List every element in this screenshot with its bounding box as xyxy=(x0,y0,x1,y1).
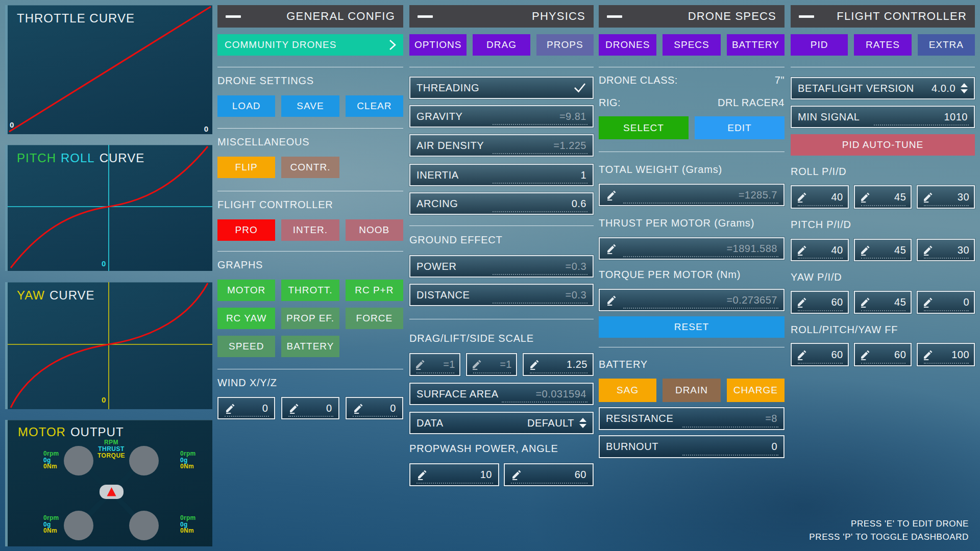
ff-roll-input[interactable]: 60 xyxy=(791,343,849,366)
min-signal-field[interactable]: MIN SIGNAL1010 xyxy=(791,106,975,128)
ff-yaw-input[interactable]: 100 xyxy=(917,343,975,366)
tab-props[interactable]: PROPS xyxy=(536,34,594,56)
graph-prop-efficiency-button[interactable]: PROP EF. xyxy=(281,308,339,329)
contr-button[interactable]: CONTR. xyxy=(281,157,339,178)
thrust-per-motor-label: THRUST PER MOTOR (Grams) xyxy=(599,217,785,229)
edit-pencil-icon xyxy=(606,243,617,254)
flip-button[interactable]: FLIP xyxy=(217,157,275,178)
ground-distance-field[interactable]: DISTANCE=0.3 xyxy=(409,284,594,306)
load-button[interactable]: LOAD xyxy=(217,95,275,117)
pitch-d-input[interactable]: 30 xyxy=(917,239,975,261)
drain-button[interactable]: DRAIN xyxy=(663,379,720,402)
ff-pitch-input[interactable]: 60 xyxy=(854,343,912,366)
graph-rc-yaw-button[interactable]: RC YAW xyxy=(217,308,275,329)
yaw-p-input[interactable]: 60 xyxy=(791,291,849,314)
graph-force-button[interactable]: FORCE xyxy=(346,308,403,329)
select-drone-button[interactable]: SELECT xyxy=(599,116,689,139)
edit-pencil-icon xyxy=(511,469,522,480)
tab-drones[interactable]: DRONES xyxy=(599,34,656,56)
graph-speed-button[interactable]: SPEED xyxy=(217,336,275,357)
tab-battery[interactable]: BATTERY xyxy=(727,34,785,56)
minimize-icon[interactable] xyxy=(418,15,433,18)
charge-button[interactable]: CHARGE xyxy=(727,379,785,402)
motor-output-title: MOTOROUTPUT xyxy=(18,425,129,439)
motor-output-panel: MOTOROUTPUT RPM THRUST TORQUE 0rpm0g0Nm … xyxy=(5,420,212,546)
pitch-p-input[interactable]: 40 xyxy=(791,239,849,261)
tab-extra[interactable]: EXTRA xyxy=(918,34,975,56)
resistance-field[interactable]: RESISTANCE=8 xyxy=(599,407,785,430)
propwash-power-input[interactable]: 10 xyxy=(409,463,499,486)
yaw-word: YAW xyxy=(17,288,45,302)
community-drones-button[interactable]: COMMUNITY DRONES xyxy=(217,34,403,56)
data-select[interactable]: DATADEFAULT xyxy=(409,412,594,434)
flight-controller-label: FLIGHT CONTROLLER xyxy=(217,199,403,211)
wind-y-input[interactable]: 0 xyxy=(281,397,339,419)
surface-area-field[interactable]: SURFACE AREA=0.031594 xyxy=(409,383,594,405)
side-scale-input[interactable]: 1.25 xyxy=(523,353,594,376)
output-word: OUTPUT xyxy=(70,425,124,439)
gravity-field[interactable]: GRAVITY=9.81 xyxy=(409,105,594,128)
sag-button[interactable]: SAG xyxy=(599,379,656,402)
graph-throttle-button[interactable]: THROTT. xyxy=(281,280,339,301)
roll-p-input[interactable]: 40 xyxy=(791,185,849,209)
throttle-curve-title: THROTTLE CURVE xyxy=(17,11,139,26)
inertia-field[interactable]: INERTIA1 xyxy=(409,164,594,186)
tab-rates[interactable]: RATES xyxy=(854,34,911,56)
reset-button[interactable]: RESET xyxy=(599,316,785,338)
thrust-per-motor-input[interactable]: =1891.588 xyxy=(599,237,785,260)
minimize-icon[interactable] xyxy=(226,15,241,18)
pitch-roll-zero-label: 0 xyxy=(102,259,106,268)
betaflight-version-select[interactable]: BETAFLIGHT VERSION4.0.0 xyxy=(791,77,975,99)
pro-button[interactable]: PRO xyxy=(217,219,275,241)
noob-button[interactable]: NOOB xyxy=(346,219,403,241)
tab-specs[interactable]: SPECS xyxy=(663,34,720,56)
physics-header: PHYSICS xyxy=(409,5,594,28)
graph-rc-pitch-roll-button[interactable]: RC P+R xyxy=(346,280,403,301)
edit-pencil-icon xyxy=(606,295,617,306)
roll-d-input[interactable]: 30 xyxy=(917,185,975,209)
graph-motor-button[interactable]: MOTOR xyxy=(217,280,275,301)
wind-z-input[interactable]: 0 xyxy=(346,397,403,419)
tab-pid[interactable]: PID xyxy=(791,34,848,56)
lift-scale-input[interactable]: =1 xyxy=(466,353,517,376)
minimize-icon[interactable] xyxy=(799,15,814,18)
flight-controller-panel: FLIGHT CONTROLLER PID RATES EXTRA BETAFL… xyxy=(791,5,975,366)
wind-x-input[interactable]: 0 xyxy=(217,397,275,419)
motor-4-disc xyxy=(129,511,159,540)
roll-i-input[interactable]: 45 xyxy=(854,185,912,209)
pitch-i-input[interactable]: 45 xyxy=(854,239,912,261)
torque-per-motor-input[interactable]: =0.273657 xyxy=(599,289,785,311)
torque-per-motor-label: TORQUE PER MOTOR (Nm) xyxy=(599,269,785,281)
key-hints: PRESS 'E' TO EDIT DRONE PRESS 'P' TO TOG… xyxy=(809,517,969,544)
ground-power-field[interactable]: POWER=0.3 xyxy=(409,255,594,278)
pitch-roll-curve-title: PITCHROLLCURVE xyxy=(17,151,149,165)
minimize-icon[interactable] xyxy=(607,15,622,18)
arcing-field[interactable]: ARCING0.6 xyxy=(409,192,594,215)
yaw-i-input[interactable]: 45 xyxy=(854,291,912,314)
graph-battery-button[interactable]: BATTERY xyxy=(281,336,339,357)
burnout-field[interactable]: BURNOUT0 xyxy=(599,435,785,458)
stepper-arrows-icon[interactable] xyxy=(961,83,968,93)
yaw-d-input[interactable]: 0 xyxy=(917,291,975,314)
pid-auto-tune-button[interactable]: PID AUTO-TUNE xyxy=(791,134,975,156)
inter-button[interactable]: INTER. xyxy=(281,219,339,241)
total-weight-input[interactable]: =1285.7 xyxy=(599,184,785,206)
total-weight-label: TOTAL WEIGHT (Grams) xyxy=(599,164,785,176)
threading-toggle[interactable]: THREADING xyxy=(409,77,594,99)
clear-button[interactable]: CLEAR xyxy=(346,95,403,117)
tab-options[interactable]: OPTIONS xyxy=(409,34,467,56)
drag-scale-input[interactable]: =1 xyxy=(409,353,460,376)
edit-pencil-icon xyxy=(796,245,807,256)
save-button[interactable]: SAVE xyxy=(281,95,339,117)
edit-drone-button[interactable]: EDIT xyxy=(695,116,785,139)
propwash-angle-input[interactable]: 60 xyxy=(504,463,594,486)
stepper-arrows-icon[interactable] xyxy=(579,418,586,428)
motor-4-readout: 0rpm0g0Nm xyxy=(180,515,196,534)
general-config-header: GENERAL CONFIG xyxy=(217,5,403,28)
graphs-label: GRAPHS xyxy=(217,259,403,271)
tab-drag[interactable]: DRAG xyxy=(473,34,530,56)
motor-legend: RPM THRUST TORQUE xyxy=(83,439,139,459)
air-density-field[interactable]: AIR DENSITY=1.225 xyxy=(409,134,594,157)
motor-word: MOTOR xyxy=(18,425,66,439)
edit-pencil-icon xyxy=(860,349,870,360)
